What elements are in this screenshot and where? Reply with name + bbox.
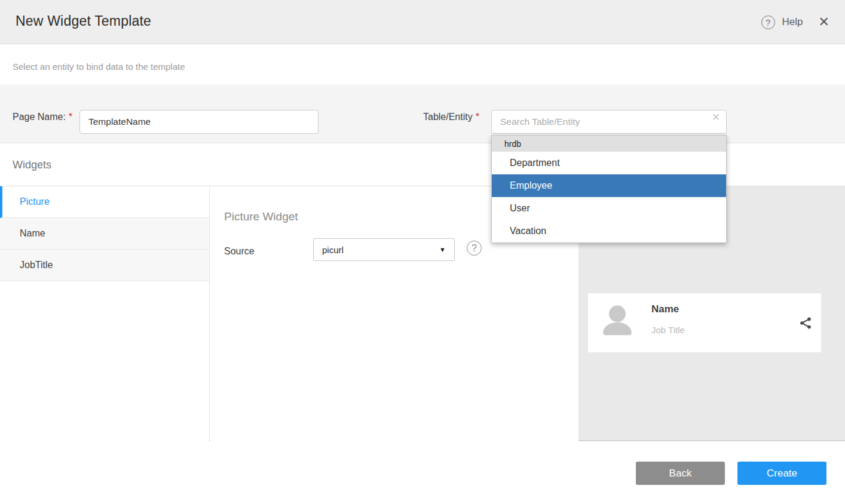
page-title: New Widget Template: [16, 13, 151, 29]
dialog-header: New Widget Template ? Help ✕: [0, 0, 845, 44]
page-name-label: Page Name:*: [13, 112, 72, 122]
required-marker: *: [476, 112, 479, 122]
preview-name-field: Name: [651, 303, 679, 315]
back-button[interactable]: Back: [636, 462, 725, 485]
dropdown-item-department[interactable]: Department: [492, 152, 726, 174]
sidebar-item-picture[interactable]: Picture: [0, 186, 209, 218]
widgets-heading: Widgets: [13, 159, 51, 171]
dropdown-group-hrdb: hrdb: [492, 136, 726, 152]
source-select-value: picurl: [322, 245, 344, 255]
dropdown-item-user[interactable]: User: [492, 197, 726, 220]
dropdown-item-vacation[interactable]: Vacation: [492, 220, 726, 242]
table-entity-label: Table/Entity*: [423, 112, 479, 122]
page-name-label-text: Page Name:: [13, 112, 66, 122]
preview-jobtitle-field: Job Title: [651, 325, 685, 335]
editor-heading: Picture Widget: [224, 210, 298, 223]
clear-search-icon[interactable]: ✕: [712, 111, 720, 124]
widget-list-sidebar: Picture Name JobTitle: [0, 186, 210, 441]
new-widget-template-dialog: New Widget Template ? Help ✕ Select an e…: [0, 0, 845, 504]
preview-card: Name Job Title: [588, 293, 821, 352]
source-select[interactable]: picurl ▼: [313, 238, 455, 261]
create-button[interactable]: Create: [737, 462, 826, 485]
required-marker: *: [69, 112, 72, 122]
close-icon[interactable]: ✕: [819, 16, 829, 29]
source-label: Source: [224, 246, 255, 257]
table-entity-search-input[interactable]: [491, 110, 727, 134]
help-button[interactable]: Help: [782, 16, 803, 28]
table-entity-dropdown: hrdb Department Employee User Vacation: [491, 135, 727, 243]
table-entity-label-text: Table/Entity: [423, 112, 473, 122]
dropdown-item-employee[interactable]: Employee: [492, 174, 726, 197]
chevron-down-icon: ▼: [439, 246, 446, 253]
person-silhouette-icon: [599, 299, 636, 347]
share-icon[interactable]: [798, 316, 813, 330]
subtitle-band: Select an entity to bind data to the tem…: [0, 45, 845, 85]
subtitle-text: Select an entity to bind data to the tem…: [13, 62, 185, 72]
help-icon[interactable]: ?: [761, 16, 775, 29]
sidebar-item-jobtitle[interactable]: JobTitle: [0, 250, 209, 281]
sidebar-item-name[interactable]: Name: [0, 218, 209, 250]
source-help-icon[interactable]: ?: [467, 241, 482, 256]
header-actions: ? Help ✕: [761, 0, 829, 44]
page-name-input[interactable]: [79, 110, 319, 134]
dialog-footer: Back Create: [0, 442, 845, 504]
